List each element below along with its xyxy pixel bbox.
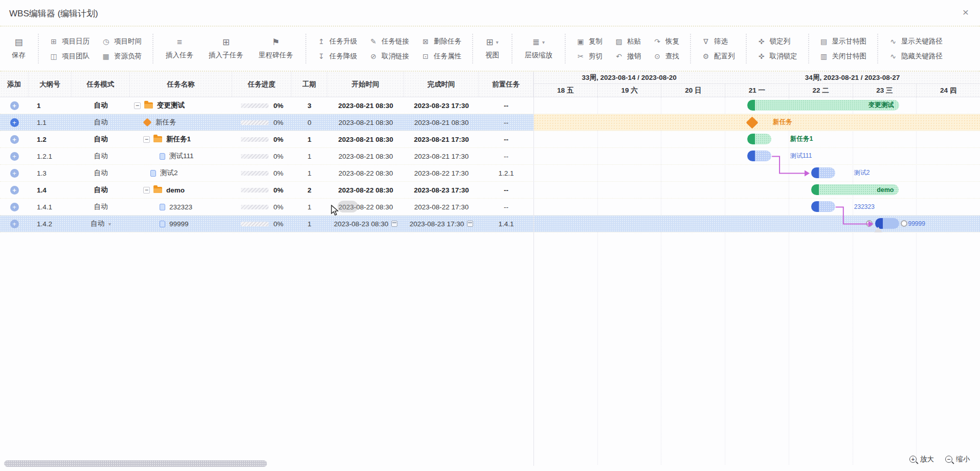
cell-task-progress[interactable]: 0% xyxy=(232,114,292,131)
cell-task-progress[interactable]: 0% xyxy=(232,131,292,147)
column-header-predecessor[interactable]: 前置任务 xyxy=(479,72,533,97)
cell-predecessor[interactable]: 1.4.1 xyxy=(479,216,533,232)
cell-task-progress[interactable]: 0% xyxy=(232,165,292,181)
cell-duration[interactable]: 1 xyxy=(292,148,327,164)
cell-start-time[interactable]: 2023-08-21 08:30 xyxy=(327,97,404,114)
task-row-1[interactable]: +1自动−变更测试0%32023-08-21 08:302023-08-23 1… xyxy=(0,97,980,114)
cell-task-mode[interactable]: 自动 xyxy=(72,182,130,198)
task-row-1.4.2[interactable]: +1.4.2自动▾999990%12023-08-23 08:302023-08… xyxy=(0,216,980,232)
find-button[interactable]: ⊙查找 xyxy=(653,52,679,61)
cell-task-name[interactable]: −变更测试 xyxy=(130,97,232,114)
cell-outline-number[interactable]: 1 xyxy=(29,97,72,114)
cell-end-time[interactable]: 2023-08-22 17:30 xyxy=(404,165,479,181)
task-properties-button[interactable]: ⊡任务属性 xyxy=(421,52,461,61)
add-task-icon[interactable]: + xyxy=(10,186,19,195)
cell-task-progress[interactable]: 0% xyxy=(232,148,292,164)
task-row-1.2.1[interactable]: +1.2.1自动测试1110%12023-08-21 08:302023-08-… xyxy=(0,148,980,165)
column-header-duration[interactable]: 工期 xyxy=(292,72,327,97)
task-upgrade-button[interactable]: ↥任务升级 xyxy=(317,37,357,46)
mode-caret-down-icon[interactable]: ▾ xyxy=(108,221,111,227)
cell-predecessor[interactable]: -- xyxy=(479,199,533,215)
add-task-icon[interactable]: + xyxy=(10,169,19,178)
cell-start-time[interactable]: 2023-08-23 08:30 xyxy=(327,216,404,232)
column-header-add[interactable]: 添加 xyxy=(0,72,29,97)
cell-start-time[interactable]: 2023-08-21 08:30 xyxy=(327,131,404,147)
cell-start-time[interactable]: 2023-08-22 08:30 xyxy=(327,182,404,198)
add-task-icon[interactable]: + xyxy=(10,152,19,161)
cell-predecessor[interactable]: -- xyxy=(479,148,533,164)
cell-end-time[interactable]: 2023-08-23 17:30 xyxy=(404,182,479,198)
column-header-task-progress[interactable]: 任务进度 xyxy=(232,72,292,97)
resource-load-button[interactable]: ▦资源负荷 xyxy=(102,52,142,61)
cell-task-name[interactable]: 232323 xyxy=(130,199,232,215)
zoom-out-button[interactable]: − 缩小 xyxy=(945,455,970,464)
copy-button[interactable]: ▣复制 xyxy=(576,37,603,46)
gantt-bar-1[interactable]: 变更测试 xyxy=(747,100,899,111)
task-unlink-button[interactable]: ⊘取消链接 xyxy=(369,52,409,61)
horizontal-scrollbar[interactable] xyxy=(4,460,267,467)
milestone-task-button[interactable]: ⚑里程碑任务 xyxy=(259,38,294,60)
cell-task-name[interactable]: −demo xyxy=(130,182,232,198)
project-calendar-button[interactable]: ⊞项目日历 xyxy=(50,37,90,46)
cell-outline-number[interactable]: 1.1 xyxy=(29,114,72,131)
save-button[interactable]: ▤保存 xyxy=(12,38,26,60)
cell-duration[interactable]: 1 xyxy=(292,165,327,181)
cell-predecessor[interactable]: -- xyxy=(479,182,533,198)
cell-task-name[interactable]: −新任务1 xyxy=(130,131,232,147)
cell-task-mode[interactable]: 自动 xyxy=(72,165,130,181)
cell-end-time[interactable]: 2023-08-21 08:30 xyxy=(404,114,479,131)
view-button[interactable]: ⊞▾视图 xyxy=(485,38,499,60)
calendar-icon[interactable] xyxy=(391,221,397,227)
task-row-1.4.1[interactable]: +1.4.1自动2323230%12023-08-22 08:302023-08… xyxy=(0,199,980,216)
undo-button[interactable]: ↶撤销 xyxy=(615,52,641,61)
paste-button[interactable]: ▨粘贴 xyxy=(615,37,641,46)
cell-end-time[interactable]: 2023-08-21 17:30 xyxy=(404,148,479,164)
column-header-end-time[interactable]: 完成时间 xyxy=(404,72,479,97)
cell-task-mode[interactable]: 自动 xyxy=(72,131,130,147)
cell-outline-number[interactable]: 1.2.1 xyxy=(29,148,72,164)
cell-task-name[interactable]: 测试2 xyxy=(130,165,232,181)
cell-predecessor[interactable]: 1.2.1 xyxy=(479,165,533,181)
zoom-in-button[interactable]: + 放大 xyxy=(909,455,934,464)
cell-duration[interactable]: 1 xyxy=(292,131,327,147)
column-header-task-name[interactable]: 任务名称 xyxy=(130,72,232,97)
cell-predecessor[interactable]: -- xyxy=(479,97,533,114)
table-gantt-divider[interactable] xyxy=(533,72,534,466)
task-row-1.1[interactable]: +1.1自动新任务0%02023-08-21 08:302023-08-21 0… xyxy=(0,114,980,131)
cell-task-mode[interactable]: 自动 xyxy=(72,199,130,215)
calendar-icon[interactable] xyxy=(467,221,473,227)
cell-start-time[interactable]: 2023-08-21 08:30 xyxy=(327,148,404,164)
insert-subtask-button[interactable]: ⊞插入子任务 xyxy=(209,38,243,60)
task-row-1.4[interactable]: +1.4自动−demo0%22023-08-22 08:302023-08-23… xyxy=(0,182,980,199)
cell-end-time[interactable]: 2023-08-21 17:30 xyxy=(404,131,479,147)
bar-handle-right[interactable] xyxy=(901,220,907,227)
cell-start-time[interactable]: 2023-08-21 08:30 xyxy=(327,114,404,131)
filter-button[interactable]: ∇筛选 xyxy=(702,37,735,46)
cell-duration[interactable]: 3 xyxy=(292,97,327,114)
cell-predecessor[interactable]: -- xyxy=(479,114,533,131)
project-time-button[interactable]: ◷项目时间 xyxy=(102,37,142,46)
task-link-button[interactable]: ✎任务链接 xyxy=(369,37,409,46)
collapse-icon[interactable]: − xyxy=(143,136,150,143)
column-header-task-mode[interactable]: 任务模式 xyxy=(72,72,130,97)
cell-task-progress[interactable]: 0% xyxy=(232,97,292,114)
unlock-column-button[interactable]: ✜取消锁定 xyxy=(758,52,797,61)
gantt-bar-1.2.1[interactable] xyxy=(747,151,771,161)
bar-handle-left[interactable] xyxy=(866,220,873,227)
gantt-bar-1.3[interactable] xyxy=(811,167,835,178)
cell-task-progress[interactable]: 0% xyxy=(232,182,292,198)
delete-task-button[interactable]: ⊠删除任务 xyxy=(421,37,461,46)
collapse-icon[interactable]: − xyxy=(143,187,150,194)
column-header-start-time[interactable]: 开始时间 xyxy=(327,72,404,97)
hierarchy-zoom-button[interactable]: ≣▾层级缩放 xyxy=(525,38,552,60)
lock-column-button[interactable]: ✜锁定列 xyxy=(758,37,797,46)
cell-end-time[interactable]: 2023-08-22 17:30 xyxy=(404,199,479,215)
cell-predecessor[interactable]: -- xyxy=(479,131,533,147)
hide-critical-path-button[interactable]: ∿隐藏关键路径 xyxy=(889,52,943,61)
show-gantt-button[interactable]: ▤显示甘特图 xyxy=(820,37,867,46)
cell-duration[interactable]: 1 xyxy=(292,216,327,232)
cell-task-mode[interactable]: 自动▾ xyxy=(72,216,130,232)
cell-end-time[interactable]: 2023-08-23 17:30 xyxy=(404,97,479,114)
show-critical-path-button[interactable]: ∿显示关键路径 xyxy=(889,37,943,46)
cell-start-time[interactable]: 2023-08-22 08:30 xyxy=(327,165,404,181)
